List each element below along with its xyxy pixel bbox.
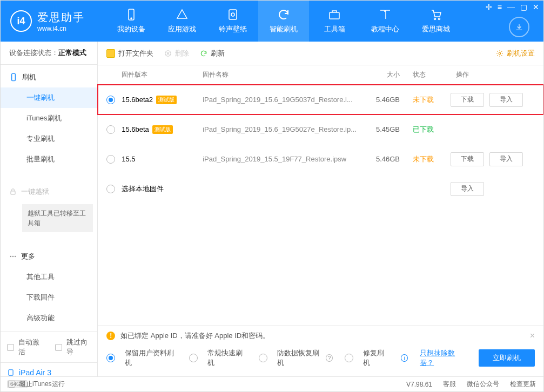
firmware-rows: 15.6beta2测试版 iPad_Spring_2019_15.6_19G50…: [98, 85, 543, 204]
tab-toolbox[interactable]: 工具箱: [309, 1, 360, 42]
svg-rect-8: [11, 191, 15, 194]
row-radio[interactable]: [106, 96, 115, 104]
menu-icon[interactable]: ≡: [498, 3, 502, 11]
tab-my-device[interactable]: 我的设备: [106, 1, 157, 42]
firmware-row[interactable]: 15.6beta测试版 iPad_Spring_2019_15.6_19G502…: [98, 114, 543, 144]
toolbar: 打开文件夹 删除 刷新 刷机设置: [98, 42, 543, 65]
flash-section-header[interactable]: 刷机: [1, 67, 97, 87]
cart-icon: [429, 8, 442, 21]
block-itunes-checkbox[interactable]: [8, 381, 15, 388]
sidebar-advanced[interactable]: 高级功能: [1, 308, 97, 328]
sidebar-pro-flash[interactable]: 专业刷机: [1, 129, 97, 149]
lock-icon: [9, 188, 17, 195]
version-text: 15.6beta: [122, 125, 149, 133]
tab-store[interactable]: 爱思商城: [411, 1, 461, 42]
delete-button: 删除: [164, 49, 189, 58]
app-name: 爱思助手: [37, 10, 85, 25]
minimize-icon[interactable]: —: [507, 3, 515, 11]
jailbreak-header: 一键越狱: [1, 181, 97, 202]
tablet-icon: [7, 369, 15, 376]
flash-icon: [9, 73, 18, 82]
apple-id-notice: ! 如已绑定 Apple ID，请准备好 Apple ID和密码。 ×: [106, 331, 535, 341]
col-status: 状态: [400, 70, 443, 79]
svg-point-14: [499, 52, 501, 55]
auto-activate-checkbox[interactable]: [7, 344, 14, 351]
connection-status: 设备连接状态：正常模式: [1, 42, 97, 65]
more-section-header[interactable]: 更多: [1, 246, 97, 267]
download-button[interactable]: 下载: [451, 152, 484, 166]
content: 打开文件夹 删除 刷新 刷机设置 固件版本 固件名称 大小 状态 操作 15.6…: [98, 42, 543, 376]
svg-point-11: [15, 256, 16, 257]
sidebar-download-firmware[interactable]: 下载固件: [1, 287, 97, 308]
download-button[interactable]: 下载: [451, 93, 484, 107]
sidebar-itunes-flash[interactable]: iTunes刷机: [1, 108, 97, 129]
opt-keep-data[interactable]: 保留用户资料刷机: [106, 348, 177, 368]
maximize-icon[interactable]: ▢: [520, 3, 527, 11]
opt-repair[interactable]: 修复刷机: [345, 348, 389, 368]
sidebar-other-tools[interactable]: 其他工具: [1, 267, 97, 287]
col-size: 大小: [357, 70, 400, 79]
firmware-size: 5.45GB: [357, 125, 400, 133]
header: i4 爱思助手 www.i4.cn 我的设备 应用游戏 铃声壁纸 智能刷机 工具…: [1, 1, 543, 42]
support-link[interactable]: 客服: [443, 380, 456, 389]
book-icon: [379, 8, 392, 21]
row-radio[interactable]: [106, 155, 115, 164]
tab-tutorials[interactable]: 教程中心: [360, 1, 411, 42]
auto-activate-label: 自动激活: [18, 337, 43, 357]
flash-options: 保留用户资料刷机 常规快速刷机 防数据恢复刷机? 修复刷机 i 只想抹除数据？ …: [106, 348, 535, 368]
firmware-row[interactable]: 选择本地固件 导入: [98, 174, 543, 204]
sidebar: 设备连接状态：正常模式 刷机 一键刷机 iTunes刷机 专业刷机 批量刷机 一…: [1, 42, 98, 376]
version-text: 15.5: [122, 155, 135, 163]
svg-point-5: [434, 18, 436, 20]
main-tabs: 我的设备 应用游戏 铃声壁纸 智能刷机 工具箱 教程中心 爱思商城: [106, 1, 543, 42]
tab-ringtones[interactable]: 铃声壁纸: [207, 1, 258, 42]
version-text: 15.6beta2: [122, 96, 153, 104]
close-icon[interactable]: ✕: [533, 3, 539, 11]
col-version: 固件版本: [122, 70, 203, 79]
svg-rect-12: [9, 370, 13, 376]
skip-guide-checkbox[interactable]: [55, 344, 62, 351]
firmware-size: 5.46GB: [357, 155, 400, 163]
flash-settings-button[interactable]: 刷机设置: [496, 49, 535, 58]
firmware-row[interactable]: 15.6beta2测试版 iPad_Spring_2019_15.6_19G50…: [98, 85, 543, 114]
delete-icon: [164, 50, 172, 57]
firmware-name: iPad_Spring_2019_15.6_19G5037d_Restore.i…: [203, 96, 357, 104]
svg-point-10: [12, 256, 14, 257]
reload-icon: [200, 50, 207, 57]
beta-badge: 测试版: [156, 96, 177, 104]
beta-badge: 测试版: [152, 125, 173, 134]
refresh-button[interactable]: 刷新: [200, 49, 225, 58]
opt-quick[interactable]: 常规快速刷机: [189, 348, 246, 368]
erase-link[interactable]: 只想抹除数据？: [420, 348, 466, 368]
firmware-name: iPad_Spring_2019_15.6_19G5027e_Restore.i…: [203, 125, 357, 133]
skin-icon[interactable]: ✢: [486, 3, 492, 11]
tab-smart-flash[interactable]: 智能刷机: [258, 1, 309, 42]
help-icon[interactable]: ?: [326, 354, 333, 362]
sidebar-batch-flash[interactable]: 批量刷机: [1, 149, 97, 170]
notice-close-icon[interactable]: ×: [530, 331, 535, 341]
firmware-row[interactable]: 15.5 iPad_Spring_2019_15.5_19F77_Restore…: [98, 144, 543, 174]
update-link[interactable]: 检查更新: [510, 380, 536, 389]
firmware-name: iPad_Spring_2019_15.5_19F77_Restore.ipsw: [203, 155, 357, 163]
import-button[interactable]: 导入: [451, 182, 484, 196]
toolbox-icon: [328, 8, 341, 21]
info-icon[interactable]: i: [401, 354, 408, 362]
warning-icon: !: [106, 332, 115, 340]
wechat-link[interactable]: 微信公众号: [467, 380, 499, 389]
sidebar-one-click-flash[interactable]: 一键刷机: [1, 87, 97, 108]
svg-rect-7: [12, 73, 16, 80]
folder-icon: [106, 49, 115, 58]
row-radio[interactable]: [106, 185, 115, 193]
flash-now-button[interactable]: 立即刷机: [479, 349, 535, 367]
logo-icon: i4: [10, 10, 32, 32]
opt-anti-recovery[interactable]: 防数据恢复刷机?: [259, 348, 333, 368]
gear-icon: [496, 50, 503, 57]
tab-apps[interactable]: 应用游戏: [157, 1, 207, 42]
column-headers: 固件版本 固件名称 大小 状态 操作: [98, 65, 543, 85]
svg-point-9: [10, 256, 11, 257]
import-button[interactable]: 导入: [489, 93, 523, 107]
import-button[interactable]: 导入: [489, 152, 523, 166]
row-radio[interactable]: [106, 125, 115, 134]
download-indicator[interactable]: [509, 17, 529, 37]
open-folder-button[interactable]: 打开文件夹: [106, 49, 153, 58]
